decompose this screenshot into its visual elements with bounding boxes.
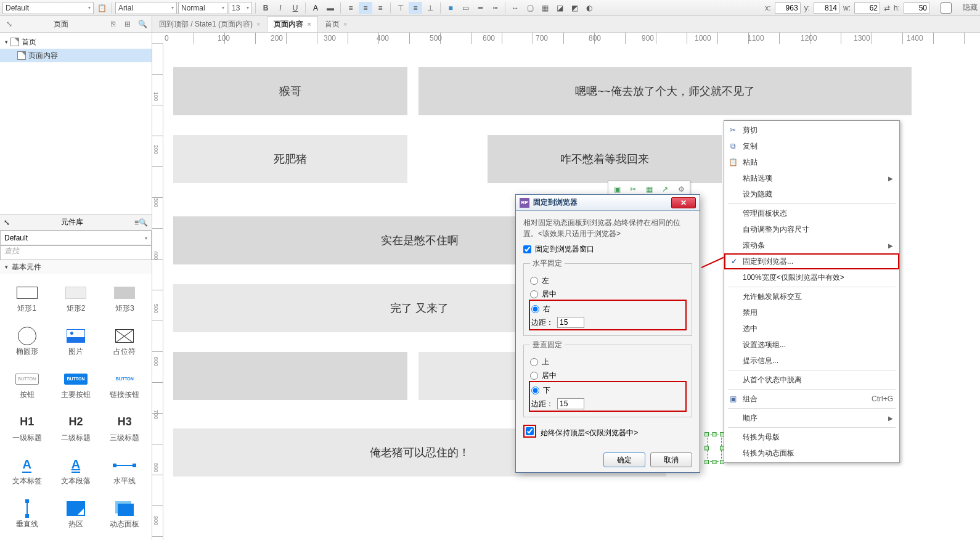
mi-full-width[interactable]: 100%宽度<仅限浏览器中有效> [724, 269, 899, 285]
underline-icon[interactable]: U [288, 2, 302, 14]
w-input[interactable] [854, 2, 880, 14]
mi-scrollbars[interactable]: 滚动条▶ [724, 237, 899, 253]
canvas-block[interactable]: 嗯嗯~~俺去放了个大，师父就不见了 [419, 67, 912, 115]
align-right-icon[interactable]: ≡ [374, 2, 387, 14]
style-select[interactable]: Default▾ [2, 2, 94, 14]
h-margin-input[interactable] [557, 317, 584, 328]
y-input[interactable] [814, 2, 839, 14]
lib-h1[interactable]: H1一级标题 [2, 407, 51, 450]
lib-paragraph[interactable]: A文本段落 [51, 450, 100, 493]
border-width-icon[interactable]: ━ [473, 2, 487, 14]
lib-h2[interactable]: H2二级标题 [51, 407, 100, 450]
radio-right[interactable]: 右 [531, 302, 684, 316]
library-section[interactable]: ▾基本元件 [0, 260, 152, 274]
mi-paste-opts[interactable]: 粘贴选项▶ [724, 170, 899, 186]
tab-1[interactable]: 页面内容× [267, 16, 317, 32]
mi-manage-states[interactable]: 管理面板状态 [724, 205, 899, 221]
mi-paste[interactable]: 📋粘贴 [724, 154, 899, 170]
pin-icon[interactable]: ⤡ [4, 18, 15, 30]
close-icon[interactable]: × [256, 20, 260, 28]
lib-placeholder[interactable]: 占位符 [100, 321, 149, 364]
ok-button[interactable]: 确定 [603, 452, 645, 467]
lib-hline[interactable]: 水平线 [100, 450, 149, 493]
border-vis-icon[interactable]: ▦ [538, 2, 552, 14]
mi-options[interactable]: 设置选项组... [724, 337, 899, 353]
add-folder-icon[interactable]: ⊞ [122, 18, 133, 30]
mi-order[interactable]: 顺序▶ [724, 410, 899, 426]
lib-link-button[interactable]: BUTTON链接按钮 [100, 364, 149, 407]
selection-handles[interactable] [707, 435, 722, 462]
lock-aspect-icon[interactable]: ⇄ [884, 4, 890, 12]
search-icon[interactable]: 🔍 [137, 18, 148, 30]
arrow-icon[interactable]: ↔ [508, 2, 522, 14]
dialog-close-icon[interactable]: ✕ [671, 197, 696, 208]
cancel-button[interactable]: 取消 [650, 452, 692, 467]
lib-vline[interactable]: 垂直线 [2, 493, 51, 536]
mi-copy[interactable]: ⧉复制 [724, 138, 899, 154]
tab-0[interactable]: 回到顶部 / State1 (页面内容)× [152, 16, 267, 32]
lib-dynpanel[interactable]: 动态面板 [100, 493, 149, 536]
pin-window-check[interactable]: 固定到浏览器窗口 [523, 244, 692, 255]
library-search[interactable]: 查找 [0, 245, 152, 260]
lib-rect2[interactable]: 矩形2 [51, 277, 100, 321]
dialog-titlebar[interactable]: RP 固定到浏览器 ✕ [516, 195, 700, 211]
mi-break-state[interactable]: 从首个状态中脱离 [724, 372, 899, 388]
valign-bot-icon[interactable]: ⊥ [423, 2, 437, 14]
lib-label[interactable]: A文本标签 [2, 450, 51, 493]
opacity-icon[interactable]: ◐ [582, 2, 596, 14]
tab-2[interactable]: 首页× [318, 16, 354, 32]
canvas-block[interactable]: 猴哥 [173, 67, 407, 115]
valign-mid-icon[interactable]: ≡ [409, 2, 422, 14]
lib-rect3[interactable]: 矩形3 [100, 277, 149, 321]
align-left-icon[interactable]: ≡ [344, 2, 357, 14]
mi-selected[interactable]: 选中 [724, 321, 899, 337]
canvas-block[interactable]: 咋不憋着等我回来 [488, 135, 722, 183]
radio-vcenter[interactable]: 居中 [530, 369, 685, 382]
tree-child[interactable]: 页面内容 [0, 49, 152, 62]
radio-bottom[interactable]: 下 [531, 383, 684, 397]
copy-style-icon[interactable]: 📋 [95, 2, 108, 14]
lib-h3[interactable]: H3三级标题 [100, 407, 149, 450]
mi-fit-content[interactable]: 自动调整为内容尺寸 [724, 221, 899, 237]
mi-pin-browser[interactable]: ✓固定到浏览器... [724, 253, 899, 269]
radio-left[interactable]: 左 [530, 274, 685, 287]
border-color-icon[interactable]: ▭ [459, 2, 472, 14]
size-select[interactable]: 13▾ [229, 2, 252, 14]
menu-icon[interactable]: ≡ [134, 218, 139, 227]
text-color-icon[interactable]: A [309, 2, 322, 14]
shadow-icon[interactable]: ◪ [553, 2, 566, 14]
canvas-block[interactable]: 死肥猪 [173, 135, 407, 183]
x-input[interactable] [775, 2, 801, 14]
mi-tooltip[interactable]: 提示信息... [724, 353, 899, 369]
radio-center[interactable]: 居中 [530, 287, 685, 301]
mi-to-dynpanel[interactable]: 转换为动态面板 [724, 445, 899, 461]
radio-top[interactable]: 上 [530, 355, 685, 369]
lib-button[interactable]: BUTTON按钮 [2, 364, 51, 407]
mi-to-master[interactable]: 转换为母版 [724, 429, 899, 445]
lib-primary-button[interactable]: BUTTON主要按钮 [51, 364, 100, 407]
tree-root[interactable]: ▾首页 [0, 35, 152, 49]
align-center-icon[interactable]: ≡ [359, 2, 372, 14]
v-margin-input[interactable] [557, 398, 584, 409]
mi-set-hidden[interactable]: 设为隐藏 [724, 186, 899, 202]
italic-icon[interactable]: I [274, 2, 287, 14]
search-icon[interactable]: 🔍 [139, 218, 148, 227]
mi-group[interactable]: ▣组合Ctrl+G [724, 391, 899, 407]
bgcolor-icon[interactable]: ■ [444, 2, 457, 14]
mi-disable[interactable]: 禁用 [724, 305, 899, 321]
bold-icon[interactable]: B [259, 2, 272, 14]
mi-cut[interactable]: ✂剪切 [724, 122, 899, 138]
add-page-icon[interactable]: ⎘ [107, 18, 118, 30]
lib-hotspot[interactable]: 热区 [51, 493, 100, 536]
border-style-icon[interactable]: ┅ [488, 2, 502, 14]
lib-rect1[interactable]: 矩形1 [2, 277, 51, 321]
hidden-checkbox[interactable] [933, 2, 959, 14]
keep-top-check[interactable] [523, 425, 536, 438]
lib-image[interactable]: 图片 [51, 321, 100, 364]
valign-top-icon[interactable]: ⊤ [394, 2, 407, 14]
weight-select[interactable]: Normal▾ [178, 2, 227, 14]
mi-allow-mouse[interactable]: 允许触发鼠标交互 [724, 288, 899, 305]
pin-icon[interactable]: ⤡ [4, 218, 10, 227]
canvas-block[interactable] [173, 352, 407, 400]
h-input[interactable] [904, 2, 929, 14]
